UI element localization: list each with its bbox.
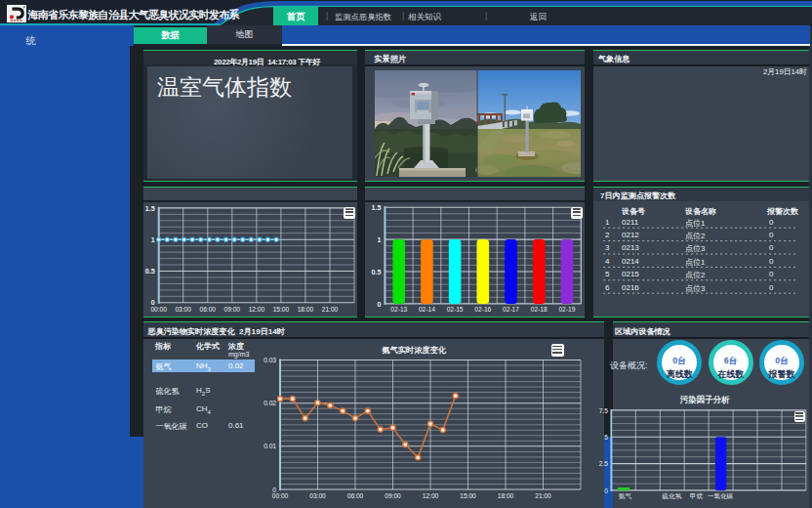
svg-text:0: 0 bbox=[604, 487, 608, 494]
